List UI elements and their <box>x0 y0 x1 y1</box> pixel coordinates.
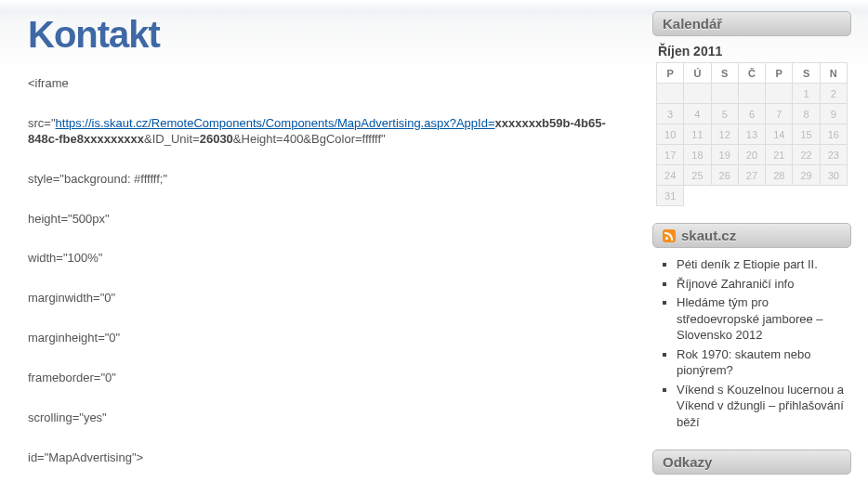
feed-item[interactable]: Rok 1970: skautem nebo pionýrem? <box>677 346 848 379</box>
calendar-day <box>793 186 820 206</box>
calendar-dow: Ú <box>684 63 711 84</box>
calendar-day[interactable]: 21 <box>766 145 793 165</box>
feed-item[interactable]: Říjnové Zahraničí info <box>677 276 848 293</box>
calendar-dow: S <box>793 63 820 84</box>
calendar-day[interactable]: 29 <box>793 165 820 186</box>
code-line: id="MapAdvertising"> <box>28 450 636 466</box>
calendar-day <box>711 84 738 104</box>
calendar-day[interactable]: 27 <box>738 165 765 186</box>
feed-title: skaut.cz <box>681 228 736 243</box>
rss-icon <box>663 229 676 242</box>
calendar-day[interactable]: 5 <box>711 104 738 124</box>
calendar-day[interactable]: 17 <box>657 145 684 165</box>
calendar-day <box>738 84 765 104</box>
calendar-table: PÚSČPSN 12345678910111213141516171819202… <box>656 62 848 206</box>
calendar-dow: P <box>657 63 684 84</box>
widget-title: Kalendář <box>652 11 851 36</box>
code-line: style="background: #ffffff;" <box>28 172 636 188</box>
widget-title: skaut.cz <box>652 223 851 248</box>
calendar-day[interactable]: 26 <box>711 165 738 186</box>
calendar-day[interactable]: 11 <box>684 124 711 145</box>
calendar-day <box>684 84 711 104</box>
calendar-day[interactable]: 14 <box>766 124 793 145</box>
feed-widget: skaut.cz Péti deník z Etiopie part II.Ří… <box>652 223 851 436</box>
feed-item[interactable]: Péti deník z Etiopie part II. <box>677 256 848 273</box>
feed-item[interactable]: Hledáme tým pro středoevropské jamboree … <box>677 294 848 344</box>
calendar-day <box>711 186 738 206</box>
calendar-day[interactable]: 20 <box>738 145 765 165</box>
calendar-day[interactable]: 2 <box>820 84 847 104</box>
calendar-day[interactable]: 25 <box>684 165 711 186</box>
calendar-day[interactable]: 22 <box>793 145 820 165</box>
calendar-day[interactable]: 8 <box>793 104 820 124</box>
code-line: marginheight="0" <box>28 331 636 346</box>
calendar-dow: P <box>766 63 793 84</box>
calendar-day[interactable]: 15 <box>793 124 820 145</box>
calendar-day <box>766 84 793 104</box>
calendar-day <box>766 186 793 206</box>
calendar-day <box>657 84 684 104</box>
feed-list: Péti deník z Etiopie part II.Říjnové Zah… <box>656 256 848 430</box>
iframe-src-link[interactable]: https://is.skaut.cz/RemoteComponents/Com… <box>56 116 495 130</box>
calendar-day[interactable]: 9 <box>820 104 847 124</box>
widget-title: Odkazy <box>652 449 851 475</box>
text: &Height=400&BgColor=ffffff" <box>233 132 386 146</box>
code-line: <iframe <box>28 76 636 92</box>
calendar-day[interactable]: 6 <box>738 104 765 124</box>
calendar-day[interactable]: 19 <box>711 145 738 165</box>
calendar-day[interactable]: 23 <box>820 145 847 165</box>
calendar-day[interactable]: 16 <box>820 124 847 145</box>
calendar-dow: N <box>820 63 847 84</box>
calendar-day[interactable]: 4 <box>684 104 711 124</box>
calendar-day[interactable]: 31 <box>657 186 684 206</box>
sidebar: Kalendář Říjen 2011 PÚSČPSN 123456789101… <box>652 0 851 482</box>
links-widget: Odkazy <box>652 449 851 475</box>
calendar-day[interactable]: 1 <box>793 84 820 104</box>
text: src=" <box>28 116 56 130</box>
main-content: Kontakt <iframe src="https://is.skaut.cz… <box>11 0 652 482</box>
code-line: src="https://is.skaut.cz/RemoteComponent… <box>28 116 636 148</box>
feed-item[interactable]: Víkend s Kouzelnou lucernou a Víkend v d… <box>677 382 848 431</box>
calendar-day[interactable]: 28 <box>766 165 793 186</box>
calendar-day[interactable]: 30 <box>820 165 847 186</box>
calendar-day <box>738 186 765 206</box>
code-line: scrolling="yes" <box>28 410 636 426</box>
code-line: frameborder="0" <box>28 371 636 386</box>
code-line: width="100%" <box>28 251 636 267</box>
calendar-day[interactable]: 18 <box>684 145 711 165</box>
code-line: height="500px" <box>28 212 636 228</box>
text: &ID_Unit= <box>144 132 200 146</box>
calendar-day[interactable]: 3 <box>657 104 684 124</box>
text-bold: 26030 <box>200 132 233 146</box>
calendar-day[interactable]: 13 <box>738 124 765 145</box>
page-title: Kontakt <box>28 14 636 56</box>
calendar-day[interactable]: 7 <box>766 104 793 124</box>
calendar-caption: Říjen 2011 <box>658 44 848 59</box>
calendar-dow: Č <box>738 63 765 84</box>
calendar-day[interactable]: 10 <box>657 124 684 145</box>
calendar-day[interactable]: 24 <box>657 165 684 186</box>
calendar-widget: Kalendář Říjen 2011 PÚSČPSN 123456789101… <box>652 11 851 210</box>
calendar-day <box>684 186 711 206</box>
calendar-day[interactable]: 12 <box>711 124 738 145</box>
calendar-dow: S <box>711 63 738 84</box>
calendar-day <box>820 186 847 206</box>
code-line: marginwidth="0" <box>28 291 636 306</box>
